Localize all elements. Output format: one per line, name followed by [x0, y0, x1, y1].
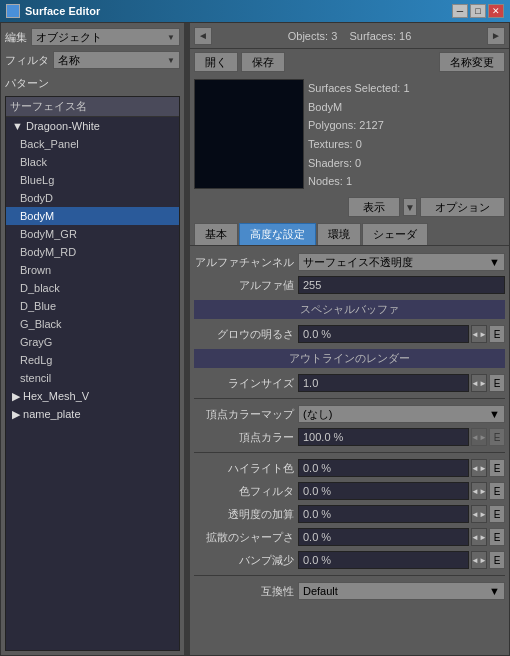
line-size-e-button[interactable]: E	[489, 374, 505, 392]
glow-e-button[interactable]: E	[489, 325, 505, 343]
sharpness-e-button[interactable]: E	[489, 528, 505, 546]
sharpness-display[interactable]: 0.0 %	[298, 528, 469, 546]
save-button[interactable]: 保存	[241, 52, 285, 72]
rename-button[interactable]: 名称変更	[439, 52, 505, 72]
compat-row: 互換性 Default ▼	[194, 581, 505, 601]
tree-group-item[interactable]: ▶ name_plate	[6, 405, 179, 423]
outline-header: アウトラインのレンダー	[194, 349, 505, 368]
tree-group: ▼ Dragoon-White Back_Panel Black BlueLg …	[6, 117, 179, 423]
edit-dropdown[interactable]: オブジェクト ▼	[31, 28, 180, 46]
line-size-display[interactable]: 1.0	[298, 374, 469, 392]
sharpness-row: 拡散のシャープさ 0.0 % ◄► E	[194, 527, 505, 547]
list-item[interactable]: Back_Panel	[6, 135, 179, 153]
nav-prev-button[interactable]: ◄	[194, 27, 212, 45]
list-item[interactable]: BodyM_RD	[6, 243, 179, 261]
tab-environment[interactable]: 環境	[317, 223, 361, 245]
highlight-control: 0.0 % ◄► E	[298, 459, 505, 477]
vertex-color-pct-display[interactable]: 100.0 %	[298, 428, 469, 446]
list-item-selected[interactable]: BodyM	[6, 207, 179, 225]
list-item[interactable]: Black	[6, 153, 179, 171]
tab-shader[interactable]: シェーダ	[362, 223, 428, 245]
options-button[interactable]: オプション	[420, 197, 505, 217]
glow-label: グロウの明るさ	[194, 327, 294, 342]
list-item[interactable]: Brown	[6, 261, 179, 279]
list-item[interactable]: stencil	[6, 369, 179, 387]
maximize-button[interactable]: □	[470, 4, 486, 18]
glow-control: 0.0 % ◄► E	[298, 325, 505, 343]
bump-e-button[interactable]: E	[489, 551, 505, 569]
vertex-color-dropdown[interactable]: (なし) ▼	[298, 405, 505, 423]
tab-advanced[interactable]: 高度な設定	[239, 223, 316, 245]
list-item[interactable]: D_Blue	[6, 297, 179, 315]
sharpness-nudge[interactable]: ◄►	[471, 528, 487, 546]
highlight-nudge[interactable]: ◄►	[471, 459, 487, 477]
close-button[interactable]: ✕	[488, 4, 504, 18]
divider	[194, 398, 505, 399]
list-item[interactable]: D_black	[6, 279, 179, 297]
alpha-value-label: アルファ値	[194, 278, 294, 293]
color-filter-nudge[interactable]: ◄►	[471, 482, 487, 500]
sharpness-label: 拡散のシャープさ	[194, 530, 294, 545]
line-size-nudge[interactable]: ◄►	[471, 374, 487, 392]
line-size-control: 1.0 ◄► E	[298, 374, 505, 392]
transparency-row: 透明度の加算 0.0 % ◄► E	[194, 504, 505, 524]
alpha-channel-control: サーフェイス不透明度 ▼	[298, 253, 505, 271]
tree-group-item[interactable]: ▶ Hex_Mesh_V	[6, 387, 179, 405]
list-item[interactable]: RedLg	[6, 351, 179, 369]
list-item[interactable]: GrayG	[6, 333, 179, 351]
color-filter-display[interactable]: 0.0 %	[298, 482, 469, 500]
display-arrow-icon[interactable]: ▼	[403, 198, 417, 216]
glow-value-display[interactable]: 0.0 %	[298, 325, 469, 343]
vertex-color-e-button[interactable]: E	[489, 428, 505, 446]
chevron-down-icon: ▼	[489, 585, 500, 597]
filter-label: フィルタ	[5, 53, 49, 68]
alpha-value-display[interactable]: 255	[298, 276, 505, 294]
vertex-color-pct-control: 100.0 % ◄► E	[298, 428, 505, 446]
transparency-e-button[interactable]: E	[489, 505, 505, 523]
transparency-nudge[interactable]: ◄►	[471, 505, 487, 523]
special-buffer-header: スペシャルバッファ	[194, 300, 505, 319]
surface-list-header: サーフェイス名	[6, 97, 179, 117]
color-filter-control: 0.0 % ◄► E	[298, 482, 505, 500]
filter-dropdown[interactable]: 名称 ▼	[53, 51, 180, 69]
pattern-row: パターン	[5, 73, 180, 93]
color-filter-row: 色フィルタ 0.0 % ◄► E	[194, 481, 505, 501]
compat-dropdown[interactable]: Default ▼	[298, 582, 505, 600]
vertex-color-label: 頂点カラーマップ	[194, 407, 294, 422]
list-item[interactable]: G_Black	[6, 315, 179, 333]
compat-label: 互換性	[194, 584, 294, 599]
surface-list[interactable]: サーフェイス名 ▼ Dragoon-White Back_Panel Black…	[5, 96, 180, 651]
glow-nudge-left[interactable]: ◄►	[471, 325, 487, 343]
list-item[interactable]: BodyD	[6, 189, 179, 207]
alpha-channel-dropdown[interactable]: サーフェイス不透明度 ▼	[298, 253, 505, 271]
vertex-color-pct-label: 頂点カラー	[194, 430, 294, 445]
color-filter-e-button[interactable]: E	[489, 482, 505, 500]
edit-label: 編集	[5, 30, 27, 45]
transparency-display[interactable]: 0.0 %	[298, 505, 469, 523]
alpha-channel-label: アルファチャンネル	[194, 255, 294, 270]
highlight-display[interactable]: 0.0 %	[298, 459, 469, 477]
list-item[interactable]: BodyM_GR	[6, 225, 179, 243]
bump-display[interactable]: 0.0 %	[298, 551, 469, 569]
transparency-label: 透明度の加算	[194, 507, 294, 522]
chevron-down-icon: ▼	[167, 33, 175, 42]
nav-next-button[interactable]: ►	[487, 27, 505, 45]
title-bar: Surface Editor ─ □ ✕	[0, 0, 510, 22]
vertex-color-nudge[interactable]: ◄►	[471, 428, 487, 446]
action-bar: 開く 保存 名称変更	[190, 49, 509, 75]
open-button[interactable]: 開く	[194, 52, 238, 72]
highlight-row: ハイライト色 0.0 % ◄► E	[194, 458, 505, 478]
highlight-e-button[interactable]: E	[489, 459, 505, 477]
chevron-down-icon: ▼	[167, 56, 175, 65]
list-item[interactable]: BlueLg	[6, 171, 179, 189]
minimize-button[interactable]: ─	[452, 4, 468, 18]
filter-row: フィルタ 名称 ▼	[5, 50, 180, 70]
chevron-down-icon: ▼	[489, 408, 500, 420]
window-title: Surface Editor	[25, 5, 100, 17]
tab-basic[interactable]: 基本	[194, 223, 238, 245]
tree-group-item[interactable]: ▼ Dragoon-White	[6, 117, 179, 135]
bump-row: バンプ減少 0.0 % ◄► E	[194, 550, 505, 570]
display-button[interactable]: 表示	[348, 197, 400, 217]
bump-nudge[interactable]: ◄►	[471, 551, 487, 569]
preview-actions: 表示 ▼ オプション	[190, 195, 509, 219]
